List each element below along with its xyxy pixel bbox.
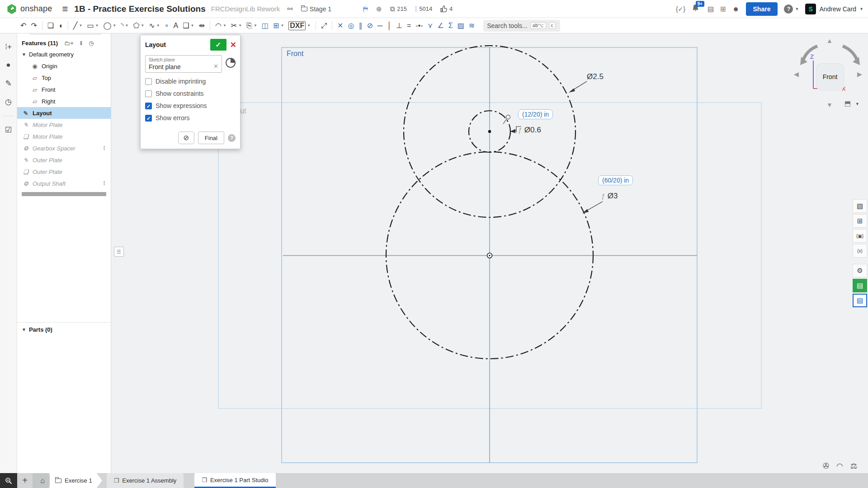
chevron-down-icon[interactable]: ▼	[307, 23, 311, 28]
protractor-icon[interactable]: ◠	[836, 461, 843, 471]
chevron-down-icon[interactable]: ▼	[191, 23, 194, 28]
chevron-down-icon[interactable]: ▼	[280, 23, 284, 28]
mate-connector-icon[interactable]	[226, 58, 236, 68]
midpoint-constraint-icon[interactable]: -•-	[413, 18, 425, 33]
checkbox-icon[interactable]	[145, 90, 152, 97]
clear-selection-icon[interactable]: ✕	[213, 63, 218, 70]
rectangle-tool-icon[interactable]: ▭▼	[85, 18, 101, 33]
link-icon[interactable]: ⚯	[287, 5, 293, 13]
new-tab-button[interactable]: +	[17, 473, 33, 488]
offset-entities-icon[interactable]: ⎘▼	[244, 18, 259, 33]
rollback-bar[interactable]	[22, 192, 106, 196]
dimension-tool-icon[interactable]: ⤢	[319, 18, 329, 33]
chevron-down-icon[interactable]: ▼	[141, 23, 144, 28]
new-folder-icon[interactable]: 🗀+	[64, 40, 74, 47]
fix-constraint-icon[interactable]: ▨	[455, 18, 467, 33]
tree-item-motor-plate-extrude[interactable]: ❏Motor Plate	[17, 131, 111, 142]
history-icon[interactable]: ◷	[5, 97, 12, 107]
search-tabs-button[interactable]	[0, 473, 17, 488]
sync-constraint-icon[interactable]: Σ	[446, 18, 455, 33]
public-badge[interactable]: ⊕	[376, 5, 382, 13]
tree-item-outer-plate-sketch[interactable]: ✎Outer Plate	[17, 154, 111, 166]
chevron-down-icon[interactable]: ▼	[125, 23, 128, 28]
pierce-constraint-icon[interactable]: ∠	[435, 18, 446, 33]
insert-dxf-icon[interactable]: DXF▼	[286, 18, 313, 33]
horizontal-constraint-icon[interactable]: ─	[375, 18, 385, 33]
chevron-down-icon[interactable]: ▼	[254, 23, 257, 28]
learning-center-icon[interactable]: ☻	[732, 5, 740, 13]
tab-exercise-1-assembly[interactable]: ❒ Exercise 1 Assembly	[107, 473, 184, 488]
workspace-crumb[interactable]: Stage 1	[301, 5, 331, 13]
concentric-constraint-icon[interactable]: ◎	[345, 18, 356, 33]
curvature-tool-icon[interactable]: ≋	[467, 18, 477, 33]
likes-stat[interactable]: 4	[440, 5, 453, 12]
line-tool-icon[interactable]: ╱▼	[71, 18, 85, 33]
copies-stat[interactable]: ⧉ 215	[390, 5, 407, 13]
redo-icon[interactable]: ↷	[28, 18, 39, 33]
checklist-icon[interactable]: ☑	[5, 125, 12, 135]
featurescript-check-icon[interactable]: {✓}	[676, 5, 685, 13]
tree-item-origin[interactable]: ◉Origin	[17, 60, 111, 72]
tape-measure-icon[interactable]: ✇	[823, 461, 829, 471]
tab-exercise-1-part-studio[interactable]: ❐ Exercise 1 Part Studio	[194, 473, 275, 488]
home-tab-button[interactable]: ⌂	[33, 473, 52, 488]
sketch-plane-field[interactable]: Sketch plane Front plane ✕	[145, 55, 222, 73]
coincident-constraint-icon[interactable]: ✕	[335, 18, 345, 33]
equal-constraint-icon[interactable]: =	[405, 18, 413, 33]
convert-tool-icon[interactable]: ❑▼	[180, 18, 196, 33]
normal-constraint-icon[interactable]: ⋎	[425, 18, 435, 33]
tree-item-right[interactable]: ▱Right	[17, 95, 111, 107]
circle-tool-icon[interactable]: ◯▼	[101, 18, 118, 33]
search-tools-box[interactable]: Search tools... alt/⌥ c	[483, 20, 560, 32]
rollback-timer-icon[interactable]: ◷	[89, 40, 94, 47]
tree-item-layout[interactable]: ✎Layout	[17, 107, 111, 119]
text-tool-icon[interactable]: A	[171, 18, 181, 33]
appearance-panel-icon[interactable]: ▧	[853, 199, 867, 213]
checkbox-icon[interactable]	[145, 78, 152, 85]
units-scale-icon[interactable]: ⚖	[850, 461, 857, 471]
chevron-down-icon[interactable]: ▼	[223, 23, 226, 28]
breadcrumb-folder-tab[interactable]: Exercise 1	[50, 473, 102, 488]
undo-icon[interactable]: ↶	[18, 18, 28, 33]
final-button[interactable]: Final	[198, 131, 224, 144]
app-store-icon[interactable]: ⊞	[720, 5, 726, 13]
help-menu[interactable]: ? ▼	[784, 5, 799, 14]
tree-item-top[interactable]: ▱Top	[17, 72, 111, 84]
onshape-logo[interactable]: onshape	[6, 4, 52, 14]
tree-item-front[interactable]: ▱Front	[17, 84, 111, 95]
rotate-right-arrow[interactable]: ▶	[857, 70, 862, 78]
gear-center-point[interactable]	[488, 130, 491, 133]
tree-item-motor-plate-sketch[interactable]: ✎Motor Plate	[17, 119, 111, 131]
dialog-header[interactable]: Layout ✓ ✕	[141, 35, 240, 54]
trim-tool-icon[interactable]: ✂▼	[229, 18, 244, 33]
chevron-down-icon[interactable]: ▼	[855, 102, 859, 106]
green-docs-panel-icon[interactable]: ▤	[853, 279, 867, 292]
close-icon[interactable]: ✕	[230, 40, 236, 50]
diameter-dim-0-6[interactable]: ƒØ0.6	[518, 126, 541, 135]
chevron-down-icon[interactable]: ▼	[113, 23, 116, 28]
pattern-tool-icon[interactable]: ⊞▼	[271, 18, 286, 33]
view-cube-face[interactable]: Front	[816, 63, 844, 90]
panel-resize-handle[interactable]: ☰	[114, 247, 124, 257]
origin-point[interactable]	[487, 253, 492, 258]
point-tool-icon[interactable]: ∘	[162, 18, 171, 33]
fillet-tool-icon[interactable]: ◠▼	[213, 18, 229, 33]
parallel-constraint-icon[interactable]: ∥	[356, 18, 364, 33]
chevron-down-icon[interactable]: ▼	[156, 23, 160, 28]
front-plane-label[interactable]: Front	[287, 50, 303, 58]
parts-header[interactable]: ▼ Parts (0)	[17, 322, 111, 337]
diameter-dim-3[interactable]: ƒØ3	[601, 192, 618, 201]
notifications-button[interactable]: 9+	[692, 4, 699, 14]
comments-icon[interactable]: ●	[6, 61, 10, 70]
tangent-constraint-icon[interactable]: ⊘	[364, 18, 375, 33]
chevron-down-icon[interactable]: ▼	[79, 23, 82, 28]
tree-item-outer-plate-extrude[interactable]: ❏Outer Plate	[17, 166, 111, 178]
insert-feature-icon[interactable]: ⁞+	[5, 42, 12, 52]
edit-sketch-button[interactable]: ⊘	[178, 131, 194, 144]
document-title[interactable]: 1B - Practice Exercise Solutions	[74, 4, 205, 14]
revolve-icon[interactable]: ◖	[56, 18, 65, 33]
checkbox-disable-imprinting[interactable]: Disable imprinting	[145, 78, 236, 85]
checkbox-show-constraints[interactable]: Show constraints	[145, 90, 236, 97]
rotate-left-arrow[interactable]: ◀	[794, 70, 799, 78]
confirm-button[interactable]: ✓	[210, 39, 226, 51]
